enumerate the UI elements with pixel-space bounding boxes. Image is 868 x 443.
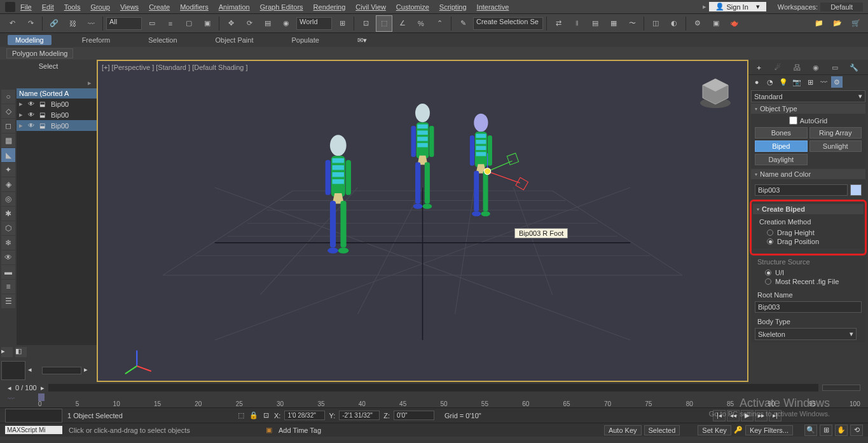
tab-modify[interactable]: ☄	[769, 61, 787, 74]
unlink-button[interactable]: ⛓	[64, 15, 81, 32]
next-key-button[interactable]: ▸▸	[755, 410, 768, 421]
selected-button[interactable]: Selected	[644, 425, 680, 435]
menu-tools[interactable]: Tools	[64, 3, 81, 11]
manipulate-button[interactable]: ⊡	[357, 15, 374, 32]
next-frame-icon[interactable]: ▸	[41, 384, 45, 392]
rollout-header[interactable]: ▾Object Type	[751, 104, 865, 114]
maxscript-listener[interactable]: MAXScript Mi	[5, 426, 62, 434]
scene-row[interactable]: ▸👁⬓Bip00	[17, 109, 97, 120]
create-subtype-dropdown[interactable]: Standard▾	[751, 90, 865, 102]
mode-populate[interactable]: Populate	[284, 35, 326, 45]
selection-filter-dropdown[interactable]: All	[106, 17, 142, 30]
display-bone-icon[interactable]: ✱	[1, 207, 15, 221]
list-icon[interactable]: ☰	[1, 294, 15, 308]
layer-slider[interactable]	[42, 367, 81, 374]
root-name-field[interactable]	[755, 301, 862, 313]
cat-systems[interactable]: ⚙	[831, 76, 843, 88]
add-time-tag[interactable]: Add Time Tag	[279, 426, 321, 434]
chevron-right-icon[interactable]: ▸	[0, 79, 97, 88]
render-frame-button[interactable]: ▣	[708, 15, 724, 32]
menu-graph-editors[interactable]: Graph Editors	[260, 3, 303, 11]
object-color-swatch[interactable]	[850, 184, 862, 196]
mode-freeform[interactable]: Freeform	[74, 35, 118, 45]
tab-motion[interactable]: ◉	[807, 61, 825, 74]
scale-button[interactable]: ▤	[259, 15, 276, 32]
placement-button[interactable]: ◉	[278, 15, 294, 32]
adaptive-icon[interactable]: ⊡	[263, 411, 269, 419]
edit-selection-button[interactable]: ✎	[455, 15, 471, 32]
set-key-button[interactable]: Set Key	[698, 425, 731, 435]
menu-animation[interactable]: Animation	[219, 3, 250, 11]
viewport[interactable]: [+] [Perspective ] [Standard ] [Default …	[97, 60, 748, 382]
body-type-dropdown[interactable]: Skeleton▾	[755, 328, 857, 340]
render-setup-button[interactable]: ⚙	[689, 15, 706, 32]
mini-track[interactable]	[822, 385, 860, 391]
rollout-header[interactable]: ▾Name and Color	[751, 169, 865, 179]
auto-key-button[interactable]: Auto Key	[604, 425, 642, 435]
pan-icon[interactable]: ✋	[835, 425, 848, 436]
timeline[interactable]: 〰 0510 152025 303540 455055 606570 75808…	[0, 393, 868, 407]
btn-sunlight[interactable]: Sunlight	[809, 140, 862, 152]
coord-z[interactable]: 0'0"	[394, 411, 434, 420]
layer-explorer-button[interactable]: ▤	[587, 15, 603, 32]
menu-group[interactable]: Group	[90, 3, 110, 11]
select-by-name-button[interactable]: ≡	[162, 15, 179, 32]
open-folder-button[interactable]: 📁	[811, 15, 827, 32]
tab-create[interactable]: ＋	[750, 61, 768, 74]
timeline-marker[interactable]	[38, 393, 45, 401]
redo-button[interactable]: ↷	[22, 15, 39, 32]
layer-thumb[interactable]	[1, 361, 25, 380]
display-cameras-icon[interactable]: ◣	[1, 148, 15, 162]
mode-selection[interactable]: Selection	[141, 35, 184, 45]
mode-object-paint[interactable]: Object Paint	[208, 35, 261, 45]
percent-snap-button[interactable]: %	[413, 15, 429, 32]
cat-lights[interactable]: 💡	[778, 76, 789, 88]
prev-frame-icon[interactable]: ◂	[8, 384, 11, 392]
filter-icon[interactable]: ▬	[1, 265, 15, 279]
menu-file[interactable]: File	[20, 3, 32, 11]
undo-button[interactable]: ↶	[4, 15, 20, 32]
menu-create[interactable]: Create	[149, 3, 170, 11]
link-button[interactable]: 🔗	[46, 15, 62, 32]
pin-icon[interactable]: ◧	[15, 347, 27, 357]
prev-key-button[interactable]: ◂◂	[727, 410, 740, 421]
btn-bones[interactable]: Bones	[755, 127, 808, 139]
spinner-snap-button[interactable]: ⌃	[431, 15, 448, 32]
lock-icon[interactable]: 🔒	[249, 411, 258, 419]
window-crossing-button[interactable]: ▣	[199, 15, 216, 32]
radio-drag-position[interactable]: Drag Position	[757, 237, 860, 246]
cat-cameras[interactable]: 📷	[791, 76, 803, 88]
autogrid-checkbox[interactable]: AutoGrid	[755, 116, 862, 125]
object-name-field[interactable]	[755, 184, 848, 196]
display-all-icon[interactable]: ○	[1, 90, 15, 104]
layer-prev-icon[interactable]: ◂	[28, 365, 39, 376]
rotate-button[interactable]: ⟳	[241, 15, 258, 32]
signin-button[interactable]: 👤 Sign In ▾	[709, 2, 766, 11]
envelope-icon[interactable]: ✉▾	[350, 35, 375, 46]
layer-next-icon[interactable]: ▸	[84, 365, 95, 376]
display-hidden-icon[interactable]: 👁	[1, 250, 15, 264]
toggle-ribbon-button[interactable]: ▦	[605, 15, 622, 32]
cat-geometry[interactable]: ●	[751, 76, 762, 88]
pivot-button[interactable]: ⊞	[334, 15, 350, 32]
menu-modifiers[interactable]: Modifiers	[180, 3, 209, 11]
mirror-button[interactable]: ⇄	[550, 15, 567, 32]
menu-rendering[interactable]: Rendering	[313, 3, 346, 11]
tag-icon[interactable]: ▣	[266, 426, 272, 434]
menu-civil-view[interactable]: Civil View	[355, 3, 385, 11]
scene-row[interactable]: ▸👁⬓Bip00	[17, 99, 97, 109]
bind-spacewarp-button[interactable]: 〰	[83, 15, 99, 32]
cat-spacewarps[interactable]: 〰	[818, 76, 829, 88]
display-lights-icon[interactable]: ▦	[1, 133, 15, 147]
coord-y[interactable]: -2'1 31/32"	[339, 411, 380, 420]
snap-toggle-button[interactable]: ⬚	[376, 15, 392, 32]
zoom-all-icon[interactable]: ⊞	[820, 425, 832, 436]
scene-list-header[interactable]: Name (Sorted A	[17, 88, 97, 99]
submode-polygon-modeling[interactable]: Polygon Modeling	[6, 48, 73, 58]
display-shapes-icon[interactable]: ◻	[1, 119, 15, 133]
workspaces-dropdown[interactable]: Default	[820, 3, 863, 11]
time-slider-track[interactable]	[48, 384, 818, 392]
display-helpers-icon[interactable]: ✦	[1, 163, 15, 177]
menu-interactive[interactable]: Interactive	[477, 3, 509, 11]
display-frozen-icon[interactable]: ❄	[1, 236, 15, 250]
